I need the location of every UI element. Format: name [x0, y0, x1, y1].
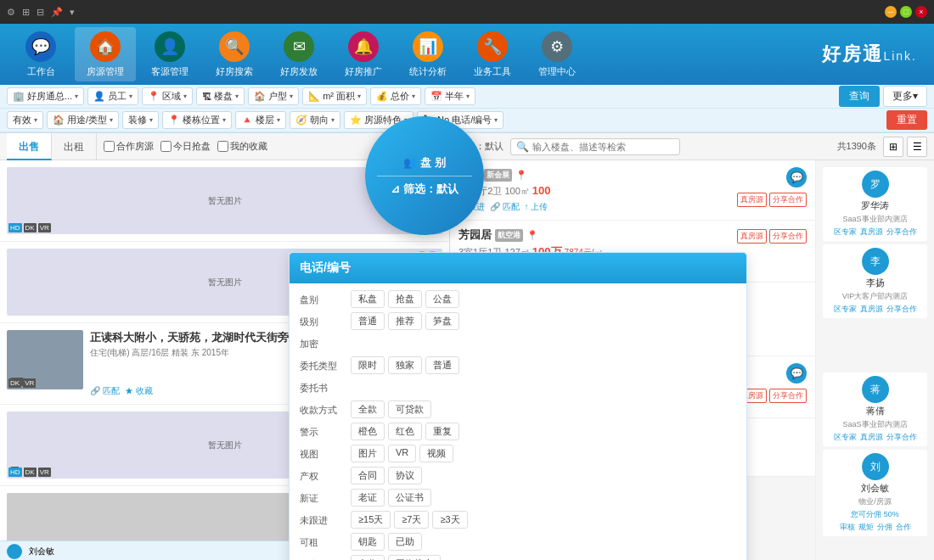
- chat-button2[interactable]: 💬: [786, 363, 807, 384]
- check-fav[interactable]: 我的收藏: [217, 140, 267, 153]
- opt-sunpan[interactable]: 笋盘: [425, 312, 459, 330]
- property-badge-label: 物业/房源: [858, 496, 892, 507]
- agent-item[interactable]: 蒋 蒋倩 SaaS事业部内测店 区专家 真房源 分享合作: [823, 372, 927, 446]
- filter-chip-staff[interactable]: 👤 员工 ▾: [87, 87, 138, 105]
- filter-chip-type[interactable]: 🏠 户型 ▾: [248, 87, 299, 105]
- close-button[interactable]: ×: [915, 6, 927, 18]
- title-label: 产权: [300, 467, 344, 485]
- opt-limited[interactable]: 限时: [351, 356, 385, 374]
- filter-chip-sqm[interactable]: 📐 m² 面积 ▾: [302, 87, 367, 105]
- minimize-button[interactable]: ─: [885, 6, 897, 18]
- opt-recommend[interactable]: 推荐: [388, 312, 422, 330]
- nav-item-distribute[interactable]: ✉ 好房发放: [268, 27, 329, 81]
- right-header: 筛选：默认 🔍 共1390条 ⊞ ☰: [450, 133, 934, 160]
- house-item[interactable]: 英郡 新会展 📍 3室1厅2卫 100㎡ 100 ↩ 跟进 🔗 匹配 ↑ 上传: [450, 160, 815, 221]
- filter-section-entrust-type: 委托类型 限时 独家 普通: [300, 356, 736, 375]
- nav-item-tools[interactable]: 🔧 业务工具: [462, 27, 523, 81]
- agent-name-label: 刘会敏: [29, 546, 54, 557]
- filter-chip-price[interactable]: 💰 总价 ▾: [370, 87, 421, 105]
- opt-old-cert[interactable]: 老证: [351, 489, 385, 507]
- opt-notary[interactable]: 公证书: [388, 489, 431, 507]
- filter-chip-location[interactable]: 📍 楼栋位置 ▾: [162, 111, 232, 129]
- pandai-label: 盘别: [300, 290, 344, 309]
- opt-gongpan[interactable]: 公盘: [425, 290, 459, 308]
- filter-chip-building[interactable]: 🏗 楼盘 ▾: [196, 87, 245, 105]
- logo: 好房通Link.: [822, 42, 917, 67]
- opt-3days[interactable]: ≥3天: [432, 511, 467, 529]
- network-icon[interactable]: ⊞: [22, 7, 30, 18]
- opt-contract[interactable]: 合同: [351, 467, 385, 484]
- type-icon: 🏠: [254, 91, 266, 102]
- chevron-down-icon2: ▾: [129, 92, 132, 100]
- tab-rent[interactable]: 出租: [52, 133, 97, 160]
- search-input[interactable]: [532, 142, 674, 152]
- opt-loan[interactable]: 可贷款: [388, 400, 431, 418]
- agent-item[interactable]: 李 李扬 VIP大客户部内测店 区专家 真房源 分享合作: [823, 244, 927, 318]
- opt-15days[interactable]: ≥15天: [351, 511, 391, 529]
- opt-agreement[interactable]: 协议: [388, 467, 422, 484]
- action-upload-h1[interactable]: ↑ 上传: [525, 201, 549, 213]
- chat-button[interactable]: 💬: [786, 167, 807, 188]
- filter-chip-floor[interactable]: 🔺 楼层 ▾: [235, 111, 286, 129]
- action-fav2[interactable]: ★ 收藏: [125, 385, 153, 397]
- opt-sipan[interactable]: 私盘: [351, 290, 385, 308]
- filter-chip-valid[interactable]: 有效 ▾: [7, 111, 43, 129]
- opt-key[interactable]: 钥匙: [351, 533, 385, 551]
- promote-icon: 🔔: [348, 31, 379, 62]
- nav-item-client-mgmt[interactable]: 👤 客源管理: [139, 27, 200, 81]
- coop-checkbox[interactable]: [104, 141, 115, 152]
- agent-item[interactable]: 刘 刘会敏 物业/房源 您可分佣 50% 审核 规矩 分佣 合作: [823, 450, 927, 536]
- query-button[interactable]: 查询: [839, 86, 880, 107]
- commission-tag: 分佣: [877, 522, 892, 533]
- filter-chip-org[interactable]: 🏢 好房通总... ▾: [7, 87, 84, 105]
- expand-icon[interactable]: ⊟: [37, 7, 44, 18]
- filter-chip-decor[interactable]: 装修 ▾: [122, 111, 159, 129]
- opt-assisted[interactable]: 已助: [388, 533, 422, 551]
- opt-qiangpan[interactable]: 抢盘: [388, 290, 422, 308]
- action-match-h1[interactable]: 🔗 匹配: [490, 201, 520, 213]
- reset-button[interactable]: 重置: [886, 110, 927, 130]
- action-match2[interactable]: 🔗 匹配: [90, 385, 120, 397]
- fav-checkbox[interactable]: [217, 141, 228, 152]
- opt-online-promo[interactable]: 网络推广: [388, 555, 441, 560]
- nav-item-stats[interactable]: 📊 统计分析: [397, 27, 459, 81]
- pin-icon[interactable]: 📌: [51, 7, 63, 18]
- more-button[interactable]: 更多▾: [883, 86, 927, 107]
- nav-item-workbench[interactable]: 💬 工作台: [10, 27, 71, 81]
- search-box[interactable]: 🔍: [510, 138, 680, 155]
- opt-repeat[interactable]: 重复: [425, 423, 459, 440]
- filter-chip-usage[interactable]: 🏠 用途/类型 ▾: [47, 111, 119, 129]
- opt-full[interactable]: 全款: [351, 400, 385, 418]
- nav-item-search[interactable]: 🔍 好房搜索: [204, 27, 265, 81]
- filter-chip-area[interactable]: 📍 区域 ▾: [142, 87, 193, 105]
- opt-vr[interactable]: VR: [388, 445, 416, 462]
- opt-coop2[interactable]: 合作: [351, 555, 385, 560]
- filter-chip-period[interactable]: 📅 半年 ▾: [425, 87, 475, 105]
- arrow-icon[interactable]: ▾: [70, 7, 75, 18]
- sort-filter-circle[interactable]: 👥 盘 别 ⊿ 筛选：默认: [365, 116, 484, 235]
- opt-exclusive[interactable]: 独家: [388, 356, 422, 374]
- opt-pic[interactable]: 图片: [351, 445, 385, 462]
- check-coop[interactable]: 合作房源: [104, 140, 154, 153]
- opt-video[interactable]: 视频: [419, 445, 453, 462]
- filter-chip-direction[interactable]: 🧭 朝向 ▾: [290, 111, 340, 129]
- nav-item-promote[interactable]: 🔔 好房推广: [333, 27, 394, 81]
- price-icon: 💰: [376, 91, 388, 102]
- list-view-button[interactable]: ☰: [907, 137, 927, 157]
- nav-item-admin[interactable]: ⚙ 管理中心: [526, 27, 588, 81]
- settings-icon[interactable]: ⚙: [7, 7, 15, 18]
- nav-item-house-mgmt[interactable]: 🏠 房源管理: [75, 27, 136, 81]
- check-grab[interactable]: 今日抢盘: [160, 140, 211, 153]
- opt-normal[interactable]: 普通: [351, 312, 385, 330]
- opt-red[interactable]: 红色: [388, 423, 422, 440]
- maximize-button[interactable]: □: [900, 6, 912, 18]
- opt-common[interactable]: 普通: [425, 356, 459, 374]
- grid-view-button[interactable]: ⊞: [883, 137, 903, 157]
- grab-checkbox[interactable]: [160, 141, 172, 152]
- opt-7days[interactable]: ≥7天: [394, 511, 429, 529]
- title-options: 合同 协议: [351, 467, 736, 484]
- opt-orange[interactable]: 橙色: [351, 423, 385, 440]
- tab-sale[interactable]: 出售: [7, 133, 52, 160]
- agent-item[interactable]: 罗 罗华涛 SaaS事业部内测店 区专家 真房源 分享合作: [823, 167, 927, 241]
- filter-row1-right: 查询 更多▾: [839, 86, 927, 107]
